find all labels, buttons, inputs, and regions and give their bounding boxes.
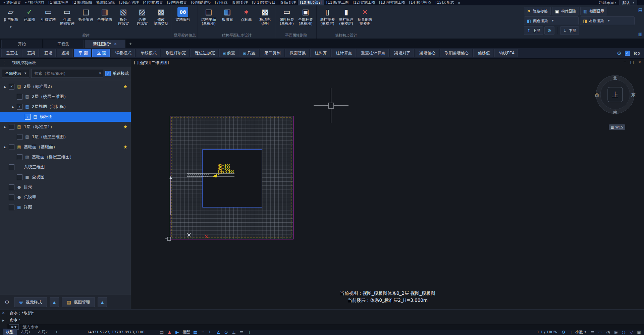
units-precision-dropdown[interactable]: 小数 ▼	[576, 330, 586, 335]
top-view-checkbox[interactable]: ✓	[625, 51, 630, 56]
tree-checkbox[interactable]	[17, 154, 22, 160]
menu-tab[interactable]: [2]轮廓编辑	[70, 0, 95, 5]
toolbar-button[interactable]: 柱计算点	[331, 49, 356, 57]
favorite-star-icon[interactable]: ★	[123, 144, 127, 150]
grid-icon[interactable]: ▦	[193, 330, 198, 335]
expander-icon[interactable]: ▲	[3, 146, 7, 149]
history-icon[interactable]: ◔	[606, 330, 610, 335]
toolbar-button[interactable]: 单线模式	[136, 49, 160, 57]
ribbon-button[interactable]: ▤ 拆分梁跨	[77, 6, 95, 26]
color-render-dropdown[interactable]: ◧ 颜色渲染 ▼	[524, 16, 579, 25]
toolbar-button[interactable]: 详看模式	[111, 49, 135, 57]
tree-item[interactable]: ▧ 2层（楼层三维图）	[0, 92, 131, 102]
chevron-down-icon[interactable]: ▼	[99, 72, 101, 75]
ortho-icon[interactable]: ∟	[208, 330, 213, 335]
ribbon-button[interactable]: ▥ 合并梁跨	[96, 6, 114, 26]
menu-tab[interactable]: [8]前处理	[229, 0, 250, 5]
crosshair-size-icon[interactable]: +	[569, 330, 574, 335]
toolbar-button[interactable]: 直梁	[22, 49, 39, 57]
ribbon-button[interactable]: ▣ 全部标签 (单视图)	[297, 6, 315, 26]
ribbon-button[interactable]: ▯ 墙柱提资 (单楼层)	[318, 6, 336, 26]
compass-south-label[interactable]: 南	[613, 110, 618, 115]
upper-layer-button[interactable]: ↑ 上层	[524, 26, 543, 35]
ribbon-button[interactable]: ▩ 板填充 说明	[256, 6, 274, 26]
document-tab[interactable]: 工程集	[43, 40, 84, 48]
ribbon-button[interactable]: ∗ 点标高	[237, 6, 255, 26]
material-render-dropdown[interactable]: ◨ 材质渲染 ▼	[580, 16, 635, 25]
search-input[interactable]	[34, 71, 98, 76]
menu-tab[interactable]: [3]截面管理	[117, 0, 141, 5]
tree-item[interactable]: ● 目录	[0, 182, 131, 192]
toolbar-button[interactable]: ▣ 前置	[219, 49, 238, 57]
menu-tab[interactable]: [11]板施工图	[324, 0, 351, 5]
tree-item[interactable]: ▧ 基础面（楼层三维图）	[0, 152, 131, 162]
layout-tab-model[interactable]: 模型	[3, 329, 17, 335]
tree-item[interactable]: ▩ 详图	[0, 202, 131, 212]
monitor-icon[interactable]: ▭	[598, 330, 603, 335]
toolbar-button[interactable]: 梁墙对齐	[390, 49, 414, 57]
ribbon-button[interactable]: ▮ 墙柱标注 (单楼层)	[337, 6, 355, 26]
slab-opening[interactable]	[203, 150, 262, 207]
close-icon[interactable]: ×	[638, 60, 641, 64]
compass-north-label[interactable]: 北	[613, 75, 618, 80]
toolbar-button[interactable]: 定位边加宽	[190, 49, 218, 57]
menubar-corner-caret-icon[interactable]: ⌄	[639, 1, 641, 4]
menu-tab[interactable]: [10]初步设计	[298, 0, 324, 5]
section-display-button[interactable]: ▥ 截面显示	[580, 7, 607, 15]
polar-tracking-icon[interactable]: ∠	[216, 330, 221, 335]
panel-header[interactable]: ⋮⋮ 视图控制面板	[0, 59, 131, 67]
ribbon-button[interactable]: ▧ 拆分 连续梁	[114, 6, 132, 26]
tree-item[interactable]: ■ 全视图	[0, 172, 131, 182]
toolbar-button[interactable]: 层间复制	[260, 49, 284, 57]
ribbon-button[interactable]: ✓ 已出图	[20, 6, 39, 26]
model-space-label[interactable]: 模型	[182, 330, 190, 335]
visual-style-button[interactable]: ⊕ 视觉样式	[14, 297, 47, 307]
component-visibility-button[interactable]: ▣ 构件显隐	[552, 7, 579, 15]
dynamic-input-icon[interactable]: +	[247, 330, 252, 335]
toolbar-button[interactable]: 偏移值	[473, 49, 493, 57]
document-tab[interactable]: 开始	[1, 40, 42, 48]
ribbon-button[interactable]: × 批量删除 提资图	[356, 6, 374, 26]
drawing-canvas[interactable]: [-][俯视][二维线图] ─ □ ×	[131, 59, 644, 309]
tree-item[interactable]: 系统三维图	[0, 162, 131, 172]
notification-icon[interactable]: ◉	[613, 330, 618, 335]
menu-tab[interactable]: [13]墙柱施工图	[377, 0, 407, 5]
toolbar-button[interactable]: 平 面	[74, 49, 91, 57]
wcs-chip[interactable]: ▦ WCS	[609, 124, 625, 130]
filter-icon[interactable]: ▽	[629, 330, 634, 335]
restore-icon[interactable]: □	[630, 60, 634, 64]
expander-icon[interactable]: ▲	[3, 125, 7, 128]
layout-tab-1[interactable]: 布局1	[17, 329, 34, 335]
tree-item[interactable]: ▲ ▤ 基础面（基础面） ★	[0, 142, 131, 152]
compass-top-face-label[interactable]: 上	[612, 91, 619, 98]
ribbon-button[interactable]: ▨ 合并 连续梁	[133, 6, 151, 26]
lower-layer-button[interactable]: ↓ 下层	[560, 26, 579, 35]
toolbar-button[interactable]: ▣ 后置	[239, 49, 259, 57]
menu-tab[interactable]: ▼ 通用设置	[1, 0, 23, 5]
tree-checkbox[interactable]	[9, 164, 14, 170]
snap-icon[interactable]: ∷	[201, 330, 205, 335]
toolbar-button[interactable]: 梁墙偏心	[415, 49, 439, 57]
floor-filter-dropdown[interactable]: 全部楼层 ▼	[2, 69, 29, 78]
toolbar-button[interactable]: 取消梁墙偏心	[440, 49, 472, 57]
toolbar-button[interactable]: 立 面	[92, 49, 110, 57]
view-compass[interactable]: 北 南 西 东 上	[595, 75, 636, 115]
selection-arrow-icon[interactable]: ▲	[167, 330, 172, 335]
menu-tab[interactable]: [8-1]数据接口	[250, 0, 278, 5]
command-input[interactable]	[21, 324, 642, 330]
ribbon-button[interactable]: ▭ 生成 局部梁跨	[58, 6, 76, 26]
viewport-label[interactable]: [-][俯视][二维线图]	[134, 60, 169, 66]
document-tab[interactable]: 新建图纸* ×	[85, 40, 125, 48]
tree-checkbox[interactable]	[9, 194, 14, 200]
run-icon[interactable]: ▶	[175, 330, 179, 335]
zoom-scale-label[interactable]: 1:1 / 100%	[537, 330, 557, 334]
close-icon[interactable]: ×	[114, 42, 117, 46]
sheet-icon[interactable]: ▤	[638, 7, 642, 12]
tree-item[interactable]: ✓ ▤ 模板图	[0, 112, 131, 122]
compass-west-label[interactable]: 西	[595, 92, 599, 97]
object-snap-icon[interactable]: ⊙	[224, 330, 228, 335]
panel-icon[interactable]: ▥	[638, 32, 642, 37]
expander-icon[interactable]: ▲	[3, 85, 7, 88]
layout-dropdown[interactable]: 默认 ▼	[620, 0, 637, 5]
toolbar-button[interactable]: 截面替换	[285, 49, 309, 57]
